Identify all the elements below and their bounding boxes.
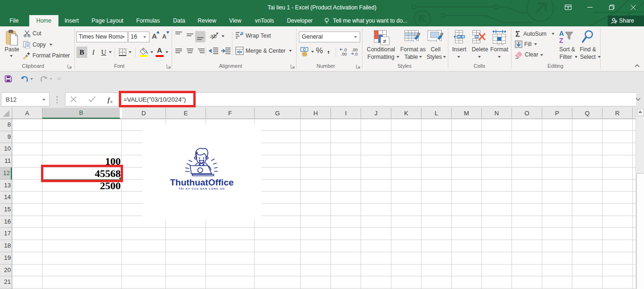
svg-text:.00: .00: [341, 52, 347, 56]
svg-text:≠: ≠: [383, 38, 386, 45]
svg-text:ab: ab: [210, 33, 217, 40]
svg-text:x: x: [110, 98, 113, 104]
svg-text:Z: Z: [559, 37, 563, 44]
svg-text:.0: .0: [354, 52, 358, 56]
svg-text:A: A: [559, 30, 564, 37]
